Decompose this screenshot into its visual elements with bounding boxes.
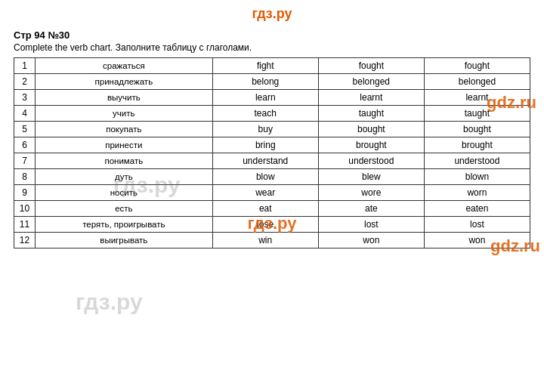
verb-base: eat — [212, 201, 318, 217]
page-header: Стр 94 №30 — [14, 29, 530, 41]
verb-participle: lost — [424, 217, 530, 233]
russian-word: терять, проигрывать — [36, 217, 213, 233]
verb-past: fought — [318, 58, 424, 74]
verb-base: bring — [212, 137, 318, 153]
verb-participle: belonged — [424, 74, 530, 90]
russian-word: выигрывать — [36, 233, 213, 248]
verb-past: taught — [318, 106, 424, 122]
table-row: 8дутьblowblewblown — [14, 169, 530, 185]
verb-past: learnt — [318, 90, 424, 106]
verb-past: understood — [318, 153, 424, 169]
russian-word: учить — [36, 106, 213, 122]
verb-base: lose — [212, 217, 318, 233]
row-number: 11 — [14, 217, 36, 233]
verb-participle: eaten — [424, 201, 530, 217]
site-title-top: гдз.ру — [252, 6, 292, 21]
table-row: 9носитьwearworeworn — [14, 185, 530, 201]
watermark-4: гдз.ру — [76, 289, 143, 315]
row-number: 5 — [14, 122, 36, 137]
table-row: 11терять, проигрыватьloselostlost — [14, 217, 530, 233]
russian-word: принести — [36, 137, 213, 153]
verb-participle: worn — [424, 185, 530, 201]
verb-past: blew — [318, 169, 424, 185]
verb-participle: brought — [424, 137, 530, 153]
row-number: 8 — [14, 169, 36, 185]
table-row: 12выигрыватьwinwonwon — [14, 233, 530, 248]
verb-participle: won — [424, 233, 530, 248]
verb-participle: taught — [424, 106, 530, 122]
verb-base: learn — [212, 90, 318, 106]
verb-chart-table: 1сражатьсяfightfoughtfought2принадлежать… — [14, 57, 530, 248]
row-number: 12 — [14, 233, 36, 248]
verb-past: belonged — [318, 74, 424, 90]
row-number: 4 — [14, 106, 36, 122]
verb-participle: bought — [424, 122, 530, 137]
verb-past: lost — [318, 217, 424, 233]
row-number: 2 — [14, 74, 36, 90]
verb-past: ate — [318, 201, 424, 217]
table-row: 2принадлежатьbelongbelongedbelonged — [14, 74, 530, 90]
row-number: 1 — [14, 58, 36, 74]
table-row: 4учитьteachtaughttaught — [14, 106, 530, 122]
verb-participle: blown — [424, 169, 530, 185]
russian-word: носить — [36, 185, 213, 201]
verb-base: blow — [212, 169, 318, 185]
row-number: 3 — [14, 90, 36, 106]
russian-word: сражаться — [36, 58, 213, 74]
row-number: 7 — [14, 153, 36, 169]
verb-past: brought — [318, 137, 424, 153]
table-row: 10естьeatateeaten — [14, 201, 530, 217]
table-row: 5покупатьbuyboughtbought — [14, 122, 530, 137]
russian-word: выучить — [36, 90, 213, 106]
table-row: 1сражатьсяfightfoughtfought — [14, 58, 530, 74]
table-row: 3выучитьlearnlearntlearnt — [14, 90, 530, 106]
russian-word: принадлежать — [36, 74, 213, 90]
verb-past: wore — [318, 185, 424, 201]
verb-participle: learnt — [424, 90, 530, 106]
instruction-text: Complete the verb chart. Заполните табли… — [14, 42, 530, 53]
verb-base: buy — [212, 122, 318, 137]
russian-word: есть — [36, 201, 213, 217]
table-row: 6принестиbringbroughtbrought — [14, 137, 530, 153]
verb-past: won — [318, 233, 424, 248]
table-row: 7пониматьunderstandunderstoodunderstood — [14, 153, 530, 169]
watermark-top-bar: гдз.ру — [0, 0, 544, 25]
russian-word: дуть — [36, 169, 213, 185]
russian-word: понимать — [36, 153, 213, 169]
verb-past: bought — [318, 122, 424, 137]
verb-base: belong — [212, 74, 318, 90]
verb-participle: understood — [424, 153, 530, 169]
verb-base: wear — [212, 185, 318, 201]
verb-base: fight — [212, 58, 318, 74]
russian-word: покупать — [36, 122, 213, 137]
row-number: 10 — [14, 201, 36, 217]
row-number: 9 — [14, 185, 36, 201]
verb-base: understand — [212, 153, 318, 169]
verb-participle: fought — [424, 58, 530, 74]
verb-base: win — [212, 233, 318, 248]
verb-base: teach — [212, 106, 318, 122]
page-content: gdz.ru гдз.ру gdz.ru гдз.ру Стр 94 №30 C… — [0, 25, 544, 256]
row-number: 6 — [14, 137, 36, 153]
